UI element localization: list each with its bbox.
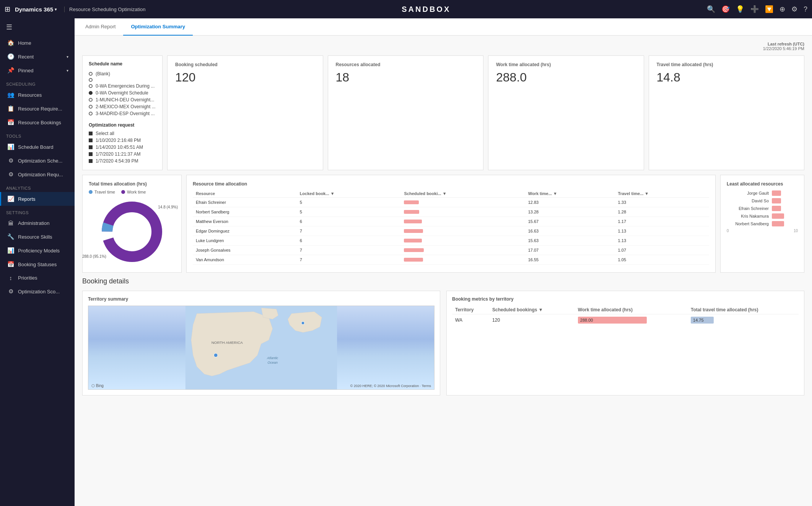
stat-card-resources-allocated: Resources allocated 18 bbox=[328, 55, 484, 170]
svg-point-4 bbox=[214, 353, 218, 357]
col-scheduled[interactable]: Scheduled booki... ▼ bbox=[401, 190, 525, 198]
locked-val: 6 bbox=[297, 217, 401, 226]
scheduled-val bbox=[401, 236, 525, 246]
opt-item[interactable]: 1/14/2020 10:45:51 AM bbox=[89, 144, 156, 151]
sidebar-item-label: Optimization Requ... bbox=[18, 172, 63, 177]
stat-value: 120 bbox=[175, 70, 315, 85]
analytics-section-label: Analytics bbox=[0, 181, 75, 192]
schedule-item[interactable]: 0-WA Overnight Schedule bbox=[89, 89, 156, 96]
filter-icon[interactable]: 🔽 bbox=[765, 5, 773, 13]
sidebar: ☰ 🏠 Home 🕐 Recent ▾ 📌 Pinned ▾ Schedulin… bbox=[0, 18, 75, 506]
schedule-item[interactable] bbox=[89, 77, 156, 83]
radio-filled-icon bbox=[89, 91, 93, 95]
resource-name: Matthew Everson bbox=[193, 217, 297, 226]
home-icon: 🏠 bbox=[7, 39, 14, 46]
share-icon[interactable]: ⊕ bbox=[779, 5, 785, 13]
lightbulb-icon[interactable]: 💡 bbox=[736, 5, 744, 13]
tab-optimization-summary[interactable]: Optimization Summary bbox=[123, 18, 193, 36]
sidebar-item-label: Pinned bbox=[18, 68, 33, 73]
schedule-item[interactable]: 0-WA Emergencies During ... bbox=[89, 83, 156, 89]
svg-text:Atlantic: Atlantic bbox=[267, 356, 278, 360]
sidebar-item-optimization-request[interactable]: ⚙ Optimization Requ... bbox=[0, 168, 75, 181]
sidebar-item-resources[interactable]: 👥 Resources bbox=[0, 88, 75, 102]
sidebar-item-optimization-schedule[interactable]: ⚙ Optimization Sche... bbox=[0, 154, 75, 168]
schedule-item[interactable]: 3-MADRID-ESP Overnight ... bbox=[89, 110, 156, 117]
map-copyright: © 2020 HERE; © 2020 Microsoft Corporatio… bbox=[350, 384, 431, 388]
sidebar-item-priorities[interactable]: ↕ Priorities bbox=[0, 271, 75, 285]
donut-chart-card: Total times allocation (hrs) Travel time… bbox=[82, 175, 182, 273]
svg-text:NORTH AMERICA: NORTH AMERICA bbox=[212, 340, 243, 345]
col-scheduled-bookings[interactable]: Scheduled bookings ▼ bbox=[489, 306, 575, 314]
sidebar-item-recent[interactable]: 🕐 Recent ▾ bbox=[0, 50, 75, 63]
sidebar-item-proficiency-models[interactable]: 📊 Proficiency Models bbox=[0, 244, 75, 257]
col-travel[interactable]: Travel time... ▼ bbox=[615, 190, 709, 198]
donut-svg bbox=[98, 197, 166, 266]
least-bar bbox=[772, 198, 781, 203]
scheduled-val bbox=[401, 207, 525, 217]
col-work[interactable]: Work time... ▼ bbox=[525, 190, 615, 198]
help-icon[interactable]: ? bbox=[804, 5, 807, 13]
tab-admin-report[interactable]: Admin Report bbox=[78, 18, 123, 36]
sidebar-item-label: Home bbox=[18, 40, 31, 46]
opt-item[interactable]: Select all bbox=[89, 130, 156, 137]
sidebar-item-home[interactable]: 🏠 Home bbox=[0, 36, 75, 50]
sidebar-item-label: Recent bbox=[18, 54, 34, 60]
settings-icon[interactable]: ⚙ bbox=[791, 5, 797, 13]
sidebar-item-reports[interactable]: 📈 Reports bbox=[0, 192, 75, 206]
page-title: Resource Scheduling Optimization bbox=[64, 7, 145, 12]
brand-label[interactable]: Dynamics 365 ▾ bbox=[15, 6, 57, 13]
col-work-time-allocated[interactable]: Work time allocated (hrs) bbox=[575, 306, 688, 314]
sidebar-item-resource-bookings[interactable]: 📅 Resource Bookings bbox=[0, 116, 75, 129]
territory-card: Territory summary bbox=[82, 291, 440, 395]
work-bar: 288.00 bbox=[578, 317, 647, 324]
sidebar-item-resource-requirements[interactable]: 📋 Resource Require... bbox=[0, 102, 75, 116]
schedule-item[interactable]: (Blank) bbox=[89, 70, 156, 77]
col-locked[interactable]: Locked book... ▼ bbox=[297, 190, 401, 198]
schedule-item[interactable]: 1-MUNICH-DEU Overnight... bbox=[89, 96, 156, 103]
opt-item-label: 1/10/2020 2:16:48 PM bbox=[96, 138, 141, 143]
opt-item[interactable]: 1/7/2020 11:21:37 AM bbox=[89, 151, 156, 158]
least-name: Kris Nakamura bbox=[727, 214, 769, 218]
least-bar bbox=[772, 213, 784, 219]
brand-chevron-icon[interactable]: ▾ bbox=[55, 7, 57, 11]
opt-item[interactable]: 1/10/2020 2:16:48 PM bbox=[89, 137, 156, 144]
search-icon[interactable]: 🔍 bbox=[707, 5, 715, 13]
col-territory[interactable]: Territory bbox=[452, 306, 489, 314]
least-name: David So bbox=[727, 198, 769, 203]
sidebar-item-schedule-board[interactable]: 📊 Schedule Board bbox=[0, 140, 75, 154]
opt-square-icon bbox=[89, 152, 93, 156]
sidebar-item-label: Resource Require... bbox=[18, 106, 62, 112]
add-icon[interactable]: ➕ bbox=[750, 5, 759, 13]
resource-name: Van Amundson bbox=[193, 255, 297, 265]
opt-item-label: 1/7/2020 11:21:37 AM bbox=[96, 151, 140, 157]
work-val: 16.55 bbox=[525, 255, 615, 265]
col-resource[interactable]: Resource bbox=[193, 190, 297, 198]
stat-label: Resources allocated bbox=[336, 62, 476, 67]
sidebar-item-booking-statuses[interactable]: 📅 Booking Statuses bbox=[0, 257, 75, 271]
table-row: Van Amundson 7 16.55 1.05 bbox=[193, 255, 709, 265]
opt-item-label: Select all bbox=[96, 131, 114, 136]
locked-val: 5 bbox=[297, 207, 401, 217]
legend-work: Work time bbox=[121, 190, 146, 194]
sidebar-item-administration[interactable]: 🏛 Administration bbox=[0, 216, 75, 230]
resource-name: Joseph Gonsalves bbox=[193, 246, 297, 255]
opt-sched-icon: ⚙ bbox=[7, 157, 14, 164]
waffle-icon[interactable]: ⊞ bbox=[5, 5, 10, 13]
sidebar-item-optimization-scores[interactable]: ⚙ Optimization Sco... bbox=[0, 285, 75, 298]
metrics-row: WA 120 288.00 14.7 bbox=[452, 314, 799, 326]
sidebar-item-pinned[interactable]: 📌 Pinned ▾ bbox=[0, 63, 75, 77]
sidebar-item-resource-skills[interactable]: 🔧 Resource Skills bbox=[0, 230, 75, 244]
sidebar-item-label: Schedule Board bbox=[18, 144, 54, 150]
bing-logo: ⬡ Bing bbox=[91, 384, 104, 388]
opt-item[interactable]: 1/7/2020 4:54:39 PM bbox=[89, 158, 156, 164]
table-row: Efrain Schreiner 5 12.83 1.33 bbox=[193, 198, 709, 207]
target-icon[interactable]: 🎯 bbox=[721, 5, 730, 13]
opt-square-icon bbox=[89, 145, 93, 149]
scheduled-val bbox=[401, 198, 525, 207]
col-total-travel[interactable]: Total travel time allocated (hrs) bbox=[688, 306, 799, 314]
sidebar-toggle[interactable]: ☰ bbox=[0, 18, 75, 36]
booking-details-section: Booking details Territory summary bbox=[82, 277, 804, 395]
stat-card-booking-scheduled: Booking scheduled 120 bbox=[167, 55, 323, 170]
schedule-item[interactable]: 2-MEXICO-MEX Overnight ... bbox=[89, 103, 156, 110]
sidebar-item-label: Resource Skills bbox=[18, 234, 52, 240]
